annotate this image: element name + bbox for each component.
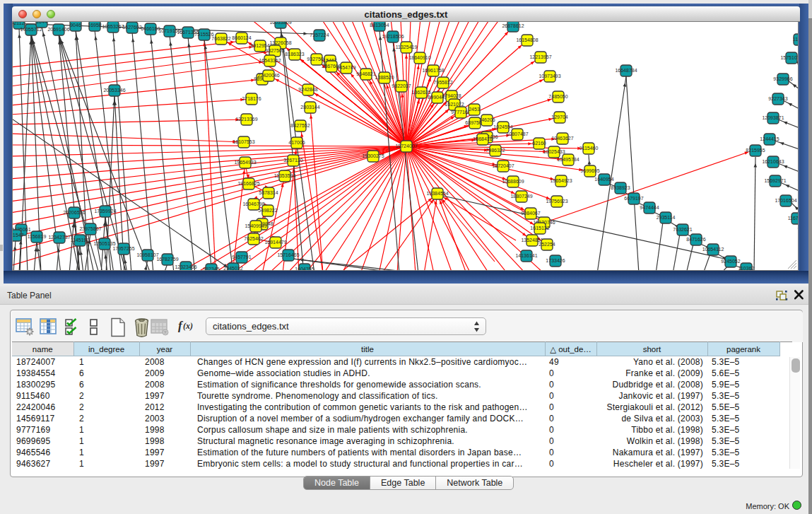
svg-text:19654923: 19654923 — [550, 178, 572, 183]
svg-text:8912954: 8912954 — [250, 43, 269, 48]
svg-text:10025433: 10025433 — [543, 149, 565, 154]
svg-text:19166825: 19166825 — [237, 181, 259, 186]
svg-text:7485050: 7485050 — [548, 94, 567, 99]
svg-text:2935114: 2935114 — [657, 215, 676, 220]
svg-text:10653267: 10653267 — [102, 24, 124, 29]
svg-text:8660124: 8660124 — [232, 35, 251, 40]
svg-text:20691406: 20691406 — [47, 27, 69, 32]
svg-text:12342737: 12342737 — [48, 235, 70, 240]
svg-text:22420046: 22420046 — [257, 73, 279, 78]
svg-text:16154808: 16154808 — [516, 37, 538, 42]
svg-text:10688609: 10688609 — [502, 179, 524, 184]
svg-text:9115460: 9115460 — [579, 146, 599, 151]
svg-text:7357224: 7357224 — [310, 33, 329, 37]
svg-text:1156819: 1156819 — [28, 234, 47, 239]
svg-text:129704: 129704 — [551, 115, 567, 119]
svg-text:12323466: 12323466 — [175, 264, 196, 269]
svg-text:18640910: 18640910 — [408, 55, 430, 60]
svg-text:9329966: 9329966 — [773, 76, 792, 81]
svg-text:9227343: 9227343 — [768, 96, 787, 101]
svg-text:15409949: 15409949 — [245, 223, 266, 228]
svg-text:1388520: 1388520 — [375, 75, 394, 80]
svg-text:15751074: 15751074 — [780, 55, 799, 60]
svg-text:2453: 2453 — [469, 107, 480, 112]
svg-text:1615132: 1615132 — [530, 226, 549, 230]
svg-text:8454749: 8454749 — [336, 65, 355, 70]
svg-text:5498222: 5498222 — [258, 208, 277, 213]
svg-text:10654112: 10654112 — [702, 247, 724, 252]
svg-text:6679197: 6679197 — [624, 196, 643, 201]
svg-text:16107553: 16107553 — [233, 139, 254, 144]
svg-text:2803144: 2803144 — [300, 105, 319, 110]
svg-text:10463627: 10463627 — [551, 136, 573, 141]
svg-text:18720407: 18720407 — [492, 163, 514, 168]
svg-text:23975867: 23975867 — [79, 226, 101, 231]
svg-text:7663822: 7663822 — [211, 36, 230, 41]
svg-text:16958: 16958 — [88, 23, 102, 28]
svg-text:14136141: 14136141 — [515, 253, 537, 258]
svg-text:2112: 2112 — [13, 22, 24, 25]
svg-text:11325419: 11325419 — [396, 45, 418, 49]
svg-text:10807487: 10807487 — [506, 132, 528, 136]
svg-text:1362635: 1362635 — [411, 90, 430, 95]
svg-text:8813054: 8813054 — [370, 23, 389, 28]
svg-text:7632621: 7632621 — [673, 227, 692, 232]
svg-text:110362: 110362 — [739, 266, 755, 271]
svg-text:7986322: 7986322 — [486, 148, 505, 153]
svg-text:15692971: 15692971 — [764, 178, 786, 183]
svg-text:982345: 982345 — [203, 267, 219, 271]
svg-text:17359924: 17359924 — [94, 209, 116, 214]
svg-text:12505135: 12505135 — [93, 241, 115, 246]
svg-text:12213369: 12213369 — [235, 117, 257, 122]
svg-text:2945012: 2945012 — [223, 266, 242, 271]
svg-text:18724007: 18724007 — [395, 144, 417, 148]
svg-text:9457791: 9457791 — [232, 255, 251, 259]
svg-text:1167536: 1167536 — [788, 216, 799, 221]
svg-text:19384554: 19384554 — [426, 191, 448, 196]
svg-text:1640954: 1640954 — [594, 177, 613, 182]
svg-text:16648784: 16648784 — [615, 68, 637, 73]
svg-text:1244415: 1244415 — [760, 136, 779, 141]
svg-text:62160: 62160 — [532, 141, 546, 146]
svg-text:8471626: 8471626 — [686, 237, 705, 242]
svg-text:9245052: 9245052 — [721, 259, 740, 264]
svg-text:26878612: 26878612 — [502, 23, 524, 28]
svg-text:1604355: 1604355 — [295, 267, 314, 271]
svg-text:9646821: 9646821 — [356, 71, 375, 76]
svg-text:7625402: 7625402 — [244, 236, 263, 241]
svg-text:11353594: 11353594 — [274, 173, 296, 178]
svg-text:15716465: 15716465 — [277, 252, 299, 257]
svg-text:16210643: 16210643 — [762, 159, 784, 164]
svg-text:9084067: 9084067 — [521, 211, 540, 216]
svg-text:12213957: 12213957 — [529, 54, 551, 59]
svg-text:1733426: 1733426 — [546, 258, 565, 263]
svg-text:6466160: 6466160 — [141, 26, 160, 31]
svg-text:16782759: 16782759 — [156, 257, 178, 262]
svg-text:16914479: 16914479 — [264, 240, 286, 245]
svg-text:19654933: 19654933 — [234, 160, 256, 165]
svg-text:9327505: 9327505 — [265, 48, 284, 53]
svg-text:9822037: 9822037 — [392, 83, 411, 88]
svg-text:(x): (x) — [183, 321, 193, 331]
svg-text:19300275: 19300275 — [362, 153, 384, 158]
svg-text:7955812: 7955812 — [433, 80, 452, 85]
svg-text:18807249: 18807249 — [510, 194, 532, 199]
svg-text:252254: 252254 — [539, 242, 555, 247]
svg-text:8186323: 8186323 — [285, 52, 304, 57]
svg-text:5878314: 5878314 — [259, 190, 278, 195]
svg-text:17016504: 17016504 — [775, 198, 796, 203]
svg-text:9699695: 9699695 — [580, 168, 599, 173]
svg-text:417006: 417006 — [288, 140, 305, 145]
svg-text:16543362: 16543362 — [259, 58, 281, 63]
svg-text:16033809: 16033809 — [269, 22, 291, 25]
svg-text:1868416: 1868416 — [473, 136, 492, 141]
svg-text:9777169: 9777169 — [451, 110, 470, 115]
svg-text:16046798: 16046798 — [242, 201, 264, 206]
svg-text:11123: 11123 — [793, 37, 799, 42]
svg-text:1145193: 1145193 — [71, 238, 90, 243]
svg-text:20206536: 20206536 — [63, 210, 85, 215]
svg-text:8215955: 8215955 — [746, 148, 765, 153]
svg-text:19756923: 19756923 — [546, 199, 567, 204]
svg-text:9474444: 9474444 — [640, 205, 659, 210]
svg-text:9242848: 9242848 — [298, 87, 317, 92]
